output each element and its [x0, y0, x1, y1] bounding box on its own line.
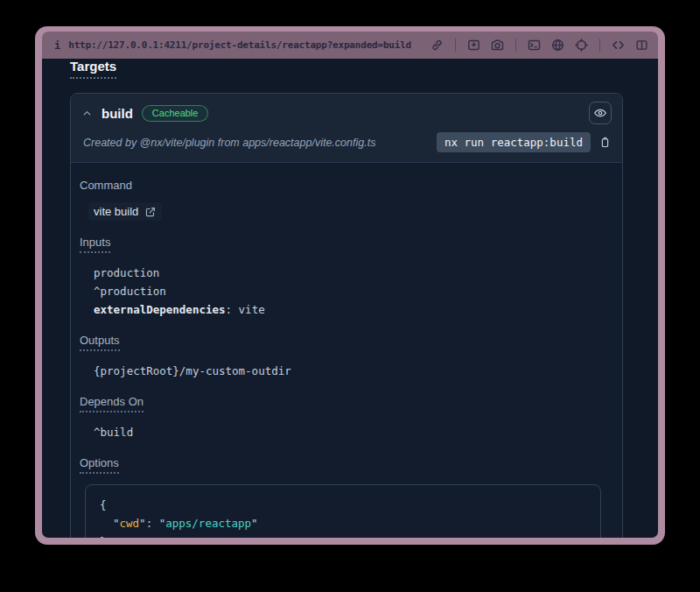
json-close-brace: }	[100, 532, 586, 538]
created-by-text: Created by @nx/vite/plugin from apps/rea…	[83, 137, 437, 149]
command-label: Command	[80, 179, 132, 192]
link-icon[interactable]	[430, 38, 444, 53]
toolbar-separator	[599, 39, 600, 52]
output-item: {projectRoot}/my-custom-outdir	[94, 362, 601, 380]
cacheable-badge: Cacheable	[142, 105, 209, 122]
options-section: Options { "cwd": "apps/reactapp" }	[80, 455, 601, 538]
external-link-icon	[144, 206, 157, 218]
info-icon: i	[54, 39, 60, 52]
browser-window: i http://127.0.0.1:4211/project-details/…	[35, 26, 665, 545]
inputs-label[interactable]: Inputs	[80, 236, 110, 253]
run-command-chip[interactable]: nx run reactapp:build	[437, 132, 591, 152]
options-label[interactable]: Options	[80, 456, 119, 474]
inputs-section: Inputs production ^production externalDe…	[80, 234, 601, 319]
code-icon[interactable]	[611, 38, 626, 53]
json-property-line: "cwd": "apps/reactapp"	[100, 514, 586, 532]
command-value-link[interactable]: vite build	[88, 202, 162, 221]
depends-on-item: ^build	[94, 423, 601, 441]
depends-on-section: Depends On ^build	[80, 393, 601, 441]
project-details-page: Targets build Cacheable	[42, 59, 658, 538]
toolbar-actions	[430, 38, 649, 53]
targets-heading[interactable]: Targets	[70, 59, 116, 79]
view-graph-button[interactable]	[589, 102, 612, 124]
url-bar[interactable]: http://127.0.0.1:4211/project-details/re…	[68, 39, 430, 51]
build-card-body: Command vite build Inputs production ^pr…	[71, 163, 622, 538]
terminal-icon[interactable]	[527, 38, 542, 53]
camera-icon[interactable]	[490, 38, 505, 53]
outputs-label[interactable]: Outputs	[80, 334, 120, 351]
capture-save-icon[interactable]	[466, 38, 481, 53]
toolbar-separator	[515, 39, 516, 52]
target-card-build: build Cacheable Created by @nx/vite/plug…	[70, 93, 623, 538]
split-view-icon[interactable]	[634, 38, 649, 53]
input-item: production	[94, 264, 601, 282]
outputs-section: Outputs {projectRoot}/my-custom-outdir	[80, 332, 601, 380]
toolbar-separator	[455, 39, 456, 52]
command-section: Command vite build	[80, 177, 601, 221]
copy-icon[interactable]	[598, 136, 612, 149]
json-open-brace: {	[100, 496, 586, 514]
input-item: ^production	[94, 282, 601, 300]
chevron-up-icon[interactable]	[81, 108, 93, 119]
depends-on-label[interactable]: Depends On	[80, 395, 144, 412]
build-card-header[interactable]: build Cacheable Created by @nx/vite/plug…	[71, 94, 622, 163]
command-text: vite build	[94, 205, 138, 218]
build-target-title: build	[102, 106, 133, 121]
globe-icon[interactable]	[550, 38, 565, 53]
options-json-block: { "cwd": "apps/reactapp" }	[85, 484, 601, 538]
input-item-named: externalDependencies: vite	[94, 300, 601, 319]
crosshair-icon[interactable]	[574, 38, 589, 53]
browser-toolbar: i http://127.0.0.1:4211/project-details/…	[42, 32, 658, 59]
